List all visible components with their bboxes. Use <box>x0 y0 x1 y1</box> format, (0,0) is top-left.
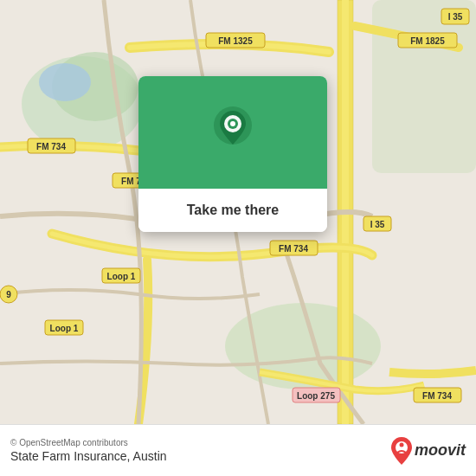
svg-text:I 35: I 35 <box>448 12 463 22</box>
svg-text:FM 1325: FM 1325 <box>218 36 253 46</box>
popup-map-preview <box>138 76 327 189</box>
moovit-pin-icon <box>390 436 413 466</box>
bottom-bar: © OpenStreetMap contributors State Farm … <box>0 424 476 476</box>
svg-text:FM 734: FM 734 <box>279 244 308 254</box>
moovit-wordmark: moovit <box>415 441 466 460</box>
take-me-there-button[interactable]: Take me there <box>177 199 289 222</box>
svg-point-37 <box>399 442 403 447</box>
svg-text:FM 734: FM 734 <box>422 391 452 401</box>
svg-text:9: 9 <box>6 290 11 299</box>
location-popup: Take me there <box>138 76 327 232</box>
svg-text:Loop 1: Loop 1 <box>107 272 136 281</box>
map-area: FM 1325 FM 1825 FM 734 FM 734 I 35 I 35 … <box>0 0 476 424</box>
svg-text:FM 734: FM 734 <box>36 142 66 151</box>
svg-point-35 <box>230 121 235 126</box>
popup-action-area: Take me there <box>138 189 327 232</box>
svg-text:Loop 275: Loop 275 <box>297 391 335 401</box>
location-pin-icon <box>211 105 254 161</box>
moovit-logo: moovit <box>390 436 466 466</box>
svg-rect-4 <box>372 0 476 173</box>
location-info: © OpenStreetMap contributors State Farm … <box>10 438 167 463</box>
svg-text:Loop 1: Loop 1 <box>50 324 79 333</box>
svg-text:I 35: I 35 <box>370 220 385 229</box>
map-attribution: © OpenStreetMap contributors <box>10 438 167 447</box>
svg-point-3 <box>39 63 91 101</box>
svg-text:FM 1825: FM 1825 <box>410 36 445 46</box>
location-label: State Farm Insurance, Austin <box>10 449 167 463</box>
